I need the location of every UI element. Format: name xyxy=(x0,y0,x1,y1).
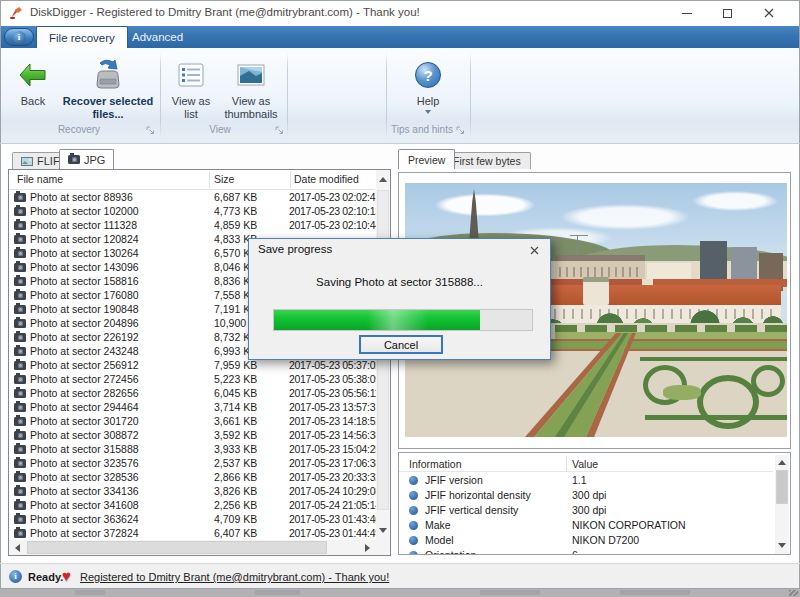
close-button[interactable] xyxy=(752,0,786,26)
camera-icon xyxy=(14,529,26,538)
recovery-dialog-launcher[interactable] xyxy=(146,126,155,135)
column-header-value[interactable]: Value xyxy=(572,458,598,470)
camera-icon xyxy=(14,417,26,426)
info-label: Orientation xyxy=(425,549,476,555)
camera-icon xyxy=(14,347,26,356)
resize-grip[interactable] xyxy=(789,590,798,596)
file-row[interactable]: Photo at sector 3158883,933 KB2017-05-23… xyxy=(9,442,376,456)
file-row[interactable]: Photo at sector 2569127,959 KB2017-05-23… xyxy=(9,358,376,372)
info-scroll-thumb[interactable] xyxy=(776,470,788,504)
file-date: 2017-05-23 01:43:40 xyxy=(289,513,376,525)
file-date: 2017-05-23 14:56:38 xyxy=(289,429,376,441)
info-label: JFIF vertical density xyxy=(425,504,518,516)
view-as-list-button[interactable]: View as list xyxy=(164,54,218,121)
flif-image-icon xyxy=(21,157,33,166)
ribbon: Back Recover selected files... xyxy=(0,48,800,144)
tips-dialog-launcher[interactable] xyxy=(456,126,465,135)
file-size: 7,959 KB xyxy=(214,359,290,371)
registration-link[interactable]: Registered to Dmitry Brant (me@dmitrybra… xyxy=(80,571,389,583)
ribbon-tab-strip: i File recovery Advanced xyxy=(0,26,800,48)
heart-icon: ♥ xyxy=(62,567,71,584)
info-label: JFIF horizontal density xyxy=(425,489,531,501)
file-row[interactable]: Photo at sector 3285362,866 KB2017-05-23… xyxy=(9,470,376,484)
column-header-size[interactable]: Size xyxy=(214,173,234,185)
info-row: Orientation6 xyxy=(399,548,773,555)
camera-icon xyxy=(14,403,26,412)
file-row[interactable]: Photo at sector 3088723,592 KB2017-05-23… xyxy=(9,428,376,442)
view-as-thumbnails-button[interactable]: View as thumbnails xyxy=(218,54,284,121)
scroll-up-button[interactable] xyxy=(376,173,390,186)
file-size: 2,866 KB xyxy=(214,471,290,483)
status-bar: i Ready. ♥ Registered to Dmitry Brant (m… xyxy=(0,563,800,589)
file-name: Photo at sector 176080 xyxy=(30,289,212,301)
dialog-message: Saving Photo at sector 315888... xyxy=(249,276,550,288)
scroll-left-button[interactable] xyxy=(11,542,24,554)
file-row[interactable]: Photo at sector 3728246,407 KB2017-05-23… xyxy=(9,526,376,540)
tab-file-recovery[interactable]: File recovery xyxy=(36,26,128,48)
file-row[interactable]: Photo at sector 3235762,537 KB2017-05-23… xyxy=(9,456,376,470)
file-row[interactable]: Photo at sector 3017203,661 KB2017-05-23… xyxy=(9,414,376,428)
group-label-view: View xyxy=(162,124,278,135)
dialog-title: Save progress xyxy=(258,243,332,255)
scroll-right-button[interactable] xyxy=(361,542,374,554)
file-name: Photo at sector 328536 xyxy=(30,471,212,483)
scroll-down-button[interactable] xyxy=(376,524,390,537)
file-date: 2017-05-23 02:10:44 xyxy=(289,219,376,231)
file-row[interactable]: Photo at sector 2944643,714 KB2017-05-23… xyxy=(9,400,376,414)
info-bullet-icon xyxy=(409,491,418,500)
view-dialog-launcher[interactable] xyxy=(275,126,284,135)
info-row: JFIF vertical density300 dpi xyxy=(399,503,773,518)
file-row[interactable]: Photo at sector 2724565,223 KB2017-05-23… xyxy=(9,372,376,386)
app-menu-button[interactable]: i xyxy=(4,28,34,46)
file-name: Photo at sector 323576 xyxy=(30,457,212,469)
tab-preview[interactable]: Preview xyxy=(398,149,455,169)
file-row[interactable]: Photo at sector 3416082,256 KB2017-05-24… xyxy=(9,498,376,512)
camera-icon xyxy=(14,389,26,398)
camera-icon xyxy=(14,515,26,524)
camera-icon xyxy=(14,305,26,314)
file-row[interactable]: Photo at sector 889366,687 KB2017-05-23 … xyxy=(9,190,376,204)
file-row[interactable]: Photo at sector 1020004,773 KB2017-05-23… xyxy=(9,204,376,218)
minimize-button[interactable] xyxy=(670,0,704,26)
column-header-date-modified[interactable]: Date modified xyxy=(294,173,359,185)
dialog-close-button[interactable] xyxy=(520,241,548,259)
tab-first-few-bytes[interactable]: First few bytes xyxy=(443,152,531,169)
diskdigger-window: DiskDigger - Registered to Dmitry Brant … xyxy=(0,0,800,597)
group-separator xyxy=(287,52,288,138)
camera-icon xyxy=(14,193,26,202)
info-scroll-down-button[interactable] xyxy=(775,539,789,551)
back-arrow-icon xyxy=(18,58,48,92)
taskbar-sliver xyxy=(0,589,800,597)
file-size: 3,933 KB xyxy=(214,443,290,455)
back-button[interactable]: Back xyxy=(10,54,56,108)
file-name: Photo at sector 204896 xyxy=(30,317,212,329)
camera-icon xyxy=(14,375,26,384)
app-icon xyxy=(9,6,23,20)
tab-jpg[interactable]: JPG xyxy=(59,149,114,169)
maximize-button[interactable] xyxy=(710,0,744,26)
column-header-file-name[interactable]: File name xyxy=(17,173,63,185)
file-row[interactable]: Photo at sector 3341363,826 KB2017-05-24… xyxy=(9,484,376,498)
file-size: 5,223 KB xyxy=(214,373,290,385)
cancel-button[interactable]: Cancel xyxy=(359,335,443,354)
camera-icon xyxy=(14,291,26,300)
recover-selected-files-button[interactable]: Recover selected files... xyxy=(60,54,156,121)
horizontal-scroll-thumb[interactable] xyxy=(27,541,327,554)
camera-icon xyxy=(14,501,26,510)
column-header-information[interactable]: Information xyxy=(409,458,462,470)
file-date: 2017-05-23 01:44:49 xyxy=(289,527,376,539)
tab-advanced[interactable]: Advanced xyxy=(120,26,195,48)
file-row[interactable]: Photo at sector 3636244,709 KB2017-05-23… xyxy=(9,512,376,526)
file-size: 3,714 KB xyxy=(214,401,290,413)
file-row[interactable]: Photo at sector 2826566,045 KB2017-05-23… xyxy=(9,386,376,400)
file-size: 4,773 KB xyxy=(214,205,290,217)
info-scroll-up-button[interactable] xyxy=(775,456,789,468)
file-row[interactable]: Photo at sector 1113284,859 KB2017-05-23… xyxy=(9,218,376,232)
file-size: 3,661 KB xyxy=(214,415,290,427)
recover-files-icon xyxy=(90,58,126,92)
help-button[interactable]: ? Help xyxy=(402,54,454,114)
info-value: NIKON CORPORATION xyxy=(572,519,686,531)
camera-icon xyxy=(14,277,26,286)
info-label: JFIF version xyxy=(425,474,483,486)
file-size: 6,045 KB xyxy=(214,387,290,399)
